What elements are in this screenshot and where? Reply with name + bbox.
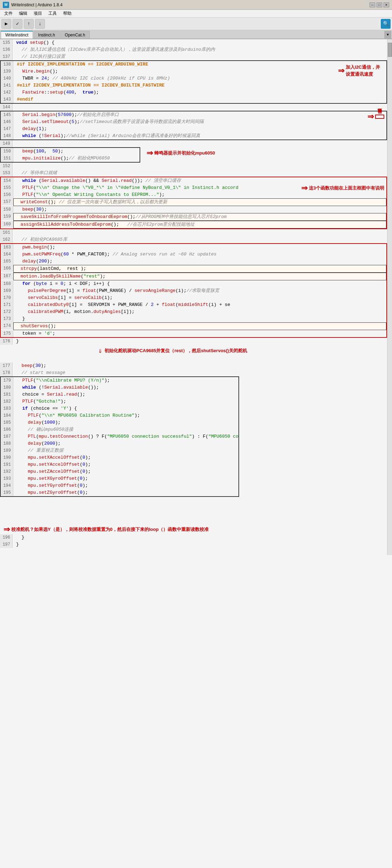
table-row: 151 mpu.initialize();// 初始化MPU6050 [1,155,140,162]
line-content: // 初始化PCA9685库 [13,236,387,243]
line-number: 186 [1,426,13,433]
line-content: } [13,315,386,322]
line-number: 154 [1,177,13,184]
pca-annotation: ⇓ 初始化舵机驱动PCA9685并复位（rest），然后shutServos()… [35,346,387,355]
line-number: 173 [1,315,13,322]
line-content: strcpy(lastCmd, rest ); [13,265,386,273]
line-number: 150 [1,148,13,155]
line-number: 155 [1,184,13,191]
line-content: beep(100, 50); [13,148,140,155]
tab-instinct[interactable]: Instinct.h [34,31,60,39]
line-number: 163 [1,244,13,251]
tabs-dropdown[interactable]: ▼ [384,31,391,39]
line-content: delay(200); [13,258,386,265]
table-row: 171 calibratedDuty0[i] = SERVOMIN + PWM_… [1,301,386,308]
line-number: 180 [1,384,13,391]
tab-writeinstinct[interactable]: WriteInstinct [1,31,33,39]
i2c-arrow: ⇒ [338,65,344,76]
table-row: 153 // 等待串口就绪 [0,170,387,177]
line-content: mpu.setYGyroOffset(0); [13,482,238,489]
maximize-button[interactable]: □ [377,2,382,7]
scrollbar-thumb[interactable] [388,43,392,57]
line-content: beep(30); [13,362,387,369]
table-row: 145 Serial.begin(57600);//初始化并启用串口 [1,111,386,118]
vertical-scrollbar[interactable] [387,39,392,555]
line-number: 176 [0,338,13,345]
line-number: 171 [1,301,13,308]
menu-file[interactable]: 文件 [1,10,15,17]
table-row: 148 while (!Serial);//while (Serial) Ard… [1,132,386,139]
line-number: 178 [0,369,13,376]
line-number: 188 [1,440,13,447]
line-number: 184 [1,412,13,419]
table-row: 196 } [0,534,387,541]
line-content: pwm.begin(); [13,244,386,251]
line-number: 175 [1,330,13,337]
line-content: while (!Serial.available()); [13,384,238,391]
stop-button[interactable]: ✓ [13,19,22,29]
logo-letter: W [4,3,7,7]
tab-opencat[interactable]: OpenCat.h [60,31,90,39]
table-row: 190 mpu.setXAccelOffset(0); [1,454,238,461]
table-row: 180 while (!Serial.available()); [1,384,238,391]
line-number: 143 [1,96,13,103]
table-row: 150 beep(100, 50); [1,148,140,155]
line-content: Serial.setTimeout(5);//setTimeout函数用于设置设… [13,118,386,125]
serial-annotation: ⇒ 初始化串口 [367,111,384,122]
line-content: Fastwire::setup(400, true); [13,89,386,96]
table-row: 186 // 确认mpu6050连接 [1,426,238,433]
menu-tools[interactable]: 工具 [46,10,60,17]
line-content: Serial.begin(57600);//初始化并启用串口 [13,111,386,118]
table-row: 142 Fastwire::setup(400, true); [1,89,386,96]
window-controls: ─ □ ✕ [370,2,389,7]
table-row: 139 Wire.begin(); [1,68,386,75]
table-row: 147 delay(1); [1,125,386,132]
table-row: 167 motion.loadBySkillName("rest"); [1,273,386,280]
line-number: 177 [0,362,13,369]
menu-project[interactable]: 项目 [31,10,45,17]
line-content: calibratedDuty0[i] = SERVOMIN + PWM_RANG… [13,301,386,308]
line-number: 193 [1,475,13,482]
line-content: mpu.setZAccelOffset(0); [13,468,238,475]
table-row: 185 delay(1000); [1,419,238,426]
open-button[interactable]: ↓ [35,19,45,29]
menu-edit[interactable]: 编辑 [16,10,30,17]
three-funcs-arrow: ⇒ [301,184,307,193]
line-content: token = 'd'; [13,330,386,337]
line-number: 141 [1,82,13,89]
line-content: if (choice == 'Y') { [13,405,238,412]
line-content: #endif [13,96,386,103]
table-row: 188 delay(2000); [1,440,238,447]
pca-down-arrow: ⇓ [98,346,102,355]
line-number: 181 [1,391,13,398]
table-row: 175 token = 'd'; [1,330,386,337]
minimize-button[interactable]: ─ [370,2,375,7]
table-row: 165 delay(200); [1,258,386,265]
pca-annotation-area: ⇓ 初始化舵机驱动PCA9685并复位（rest），然后shutServos()… [0,345,387,362]
line-content: mpu.initialize();// 初始化MPU6050 [13,155,140,162]
line-content: assignSkillAddressToOnboardEeprom(); //在… [13,221,386,228]
i2c-text: 加入I2C通信，并 设置通讯速度 [346,64,380,77]
close-button[interactable]: ✕ [384,2,389,7]
table-row: 154 while (Serial.available() && Serial.… [1,177,386,184]
tabs-bar: WriteInstinct Instinct.h OpenCat.h ▼ [0,30,392,39]
line-content: calibratedPWM(i, motion.dutyAngles[i]); [13,308,386,315]
table-row: 136 // 加入I2C通信总线（I2Cdev库并不会自动加入），这里设置通讯速… [0,46,387,53]
toolbar: ▶ ✓ ↑ ↓ 🔍 [0,18,392,30]
line-content: // 等待串口就绪 [13,170,387,177]
line-number: 137 [0,53,13,60]
table-row: 169 pulsePerDegree[i] = float(PWM_RANGE)… [1,287,386,294]
menu-help[interactable]: 帮助 [60,10,74,17]
line-number: 140 [1,75,13,82]
new-button[interactable]: ↑ [24,19,34,29]
table-row: 184 PTLF("\\n* MPU6050 Calibration Routi… [1,412,238,419]
line-number: 164 [1,251,13,258]
search-button[interactable]: 🔍 [381,19,391,29]
line-number: 190 [1,454,13,461]
table-row: 152 [0,163,387,170]
code-area: 135 void setup() { 136 // 加入I2C通信总线（I2Cd… [0,39,392,555]
calib-text: 校准舵机？如果选Y（是），则将校准数据重置为0，然后在接下来的loop（）函数中… [11,526,209,533]
line-content: PTLF("Gotcha!"); [13,398,238,405]
run-button[interactable]: ▶ [1,19,11,29]
line-content: Wire.begin(); [13,68,386,75]
